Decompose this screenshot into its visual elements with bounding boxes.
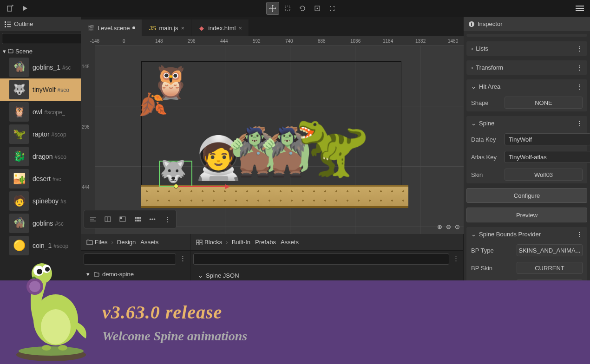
rotate-tool[interactable] xyxy=(296,2,309,15)
svg-text:i: i xyxy=(471,21,472,27)
preview-button[interactable]: Preview xyxy=(466,208,587,222)
item-thumb: 🐺 xyxy=(9,80,29,99)
tab-label: main.js xyxy=(159,25,178,32)
skin-value[interactable]: Wolf03 xyxy=(505,169,583,181)
ruler-tick: 1184 xyxy=(383,39,393,44)
tab-index-html[interactable]: ◆index.html× xyxy=(191,20,249,36)
spine-section[interactable]: ⌄Spine⋮ xyxy=(466,116,587,130)
close-icon[interactable]: × xyxy=(238,25,242,32)
ruler-tick: 296 xyxy=(82,124,90,130)
corner-button[interactable] xyxy=(116,212,130,226)
section-menu[interactable]: ⋮ xyxy=(577,231,583,238)
release-banner: v3.63.0 release Welcome Spine animations xyxy=(0,280,590,364)
resize-tool[interactable] xyxy=(326,2,339,15)
file-icon: JS xyxy=(149,24,156,32)
raptor-sprite[interactable]: 🦖 xyxy=(295,110,370,182)
more-button[interactable]: ••• xyxy=(145,212,159,226)
translate-tool[interactable] xyxy=(266,2,279,15)
scale-tool[interactable] xyxy=(281,2,294,15)
tab-Level-scene[interactable]: 🎬Level.scene xyxy=(81,20,142,36)
breadcrumb-files[interactable]: Files xyxy=(95,239,107,246)
spine-json-section[interactable]: ⌄Spine JSON xyxy=(194,269,459,282)
item-scope: #sc xyxy=(62,65,71,71)
zoom-fit-icon[interactable]: ⊙ xyxy=(455,223,460,230)
item-thumb: 🦉 xyxy=(9,102,29,122)
item-scope: #sc xyxy=(55,221,64,227)
origin-tool[interactable] xyxy=(311,2,324,15)
origin-gizmo[interactable] xyxy=(174,184,178,188)
ruler-tick: -148 xyxy=(90,39,99,44)
blocks-menu-button[interactable]: ⋮ xyxy=(451,254,460,263)
align-left-button[interactable] xyxy=(86,212,100,226)
tab-label: Level.scene xyxy=(98,25,130,32)
zoom-out-icon[interactable]: ⊖ xyxy=(446,223,451,230)
outline-item-spineboy[interactable]: 🧑spineboy#s xyxy=(0,190,81,212)
outline-item-owl[interactable]: 🦉owl#scope_ xyxy=(0,101,81,123)
atlas-key-input[interactable] xyxy=(505,151,590,163)
outline-item-desert[interactable]: 🏜️desert#sc xyxy=(0,168,81,190)
toolbar-menu-button[interactable]: ⋮ xyxy=(160,212,174,226)
svg-rect-10 xyxy=(5,24,6,25)
data-key-input[interactable] xyxy=(505,133,590,145)
blocks-breadcrumb: Blocks › Built-In Prefabs Assets xyxy=(190,234,463,251)
ruler-tick: 592 xyxy=(253,39,261,44)
item-scope: #scop xyxy=(53,243,68,249)
files-menu-button[interactable]: ⋮ xyxy=(178,254,187,263)
outline-search-input[interactable] xyxy=(2,33,86,44)
transform-section[interactable]: ›Transform⋮ xyxy=(466,60,587,75)
banner-title: v3.63.0 release xyxy=(102,301,247,323)
section-menu[interactable]: ⋮ xyxy=(577,64,583,71)
play-button[interactable] xyxy=(19,2,32,15)
breadcrumb-blocks[interactable]: Blocks xyxy=(204,239,222,246)
outline-item-goblins[interactable]: 🧌goblins#sc xyxy=(0,212,81,234)
svg-rect-28 xyxy=(197,240,199,242)
item-thumb: 🧌 xyxy=(9,214,29,233)
breadcrumb-builtin[interactable]: Built-In xyxy=(232,239,250,246)
item-name: spineboy xyxy=(33,197,59,205)
tinywolf-sprite[interactable]: 🐺 xyxy=(160,159,186,184)
section-menu[interactable]: ⋮ xyxy=(577,45,583,52)
item-scope: #sco xyxy=(55,154,66,160)
svg-rect-26 xyxy=(137,220,139,221)
section-menu[interactable]: ⋮ xyxy=(577,83,583,90)
files-breadcrumb: Files › Design Assets xyxy=(81,234,190,251)
grid-button[interactable] xyxy=(131,212,144,226)
file-node-demo-spine[interactable]: ▾demo-spine xyxy=(85,269,186,279)
x-axis-gizmo[interactable] xyxy=(176,186,226,187)
configure-button[interactable]: Configure xyxy=(466,188,587,203)
outline-root[interactable]: ▾ Scene xyxy=(0,46,81,56)
breadcrumb-design[interactable]: Design xyxy=(117,239,136,246)
tab-main-js[interactable]: JSmain.js× xyxy=(142,20,191,36)
section-menu[interactable]: ⋮ xyxy=(577,120,583,127)
scene-canvas[interactable]: 🦉 🍂 🧑‍🚀 🧌 🧌 🦖 🐺 xyxy=(95,46,464,234)
item-scope: #s xyxy=(60,198,66,205)
item-thumb: 🧌 xyxy=(9,58,29,77)
bp-skin-value[interactable]: CURRENT xyxy=(517,262,583,274)
modified-dot xyxy=(132,26,135,29)
outline-item-raptor[interactable]: 🦖raptor#scop xyxy=(0,123,81,145)
lists-section[interactable]: ›Lists⋮ xyxy=(466,41,587,56)
close-icon[interactable]: × xyxy=(181,25,185,32)
scene-viewport[interactable]: -14801482964445927408881036118413321480 … xyxy=(81,36,464,234)
folder-icon xyxy=(86,240,93,245)
zoom-in-icon[interactable]: ⊕ xyxy=(437,223,442,230)
outline-item-tinyWolf[interactable]: 🐺tinyWolf#sco xyxy=(0,78,81,101)
item-thumb: 🦖 xyxy=(9,124,29,144)
blocks-search-input[interactable] xyxy=(193,254,449,265)
item-thumb: 🏜️ xyxy=(9,169,29,188)
ruler-tick: 296 xyxy=(188,39,196,44)
bp-type-value[interactable]: SKINS_AND_ANIMA... xyxy=(517,244,583,256)
split-view-button[interactable] xyxy=(101,212,115,226)
ruler-tick: 0 xyxy=(123,39,125,44)
outline-item-dragon[interactable]: 🐉dragon#sco xyxy=(0,145,81,168)
hamburger-menu[interactable] xyxy=(573,2,586,15)
breadcrumb-prefabs[interactable]: Prefabs xyxy=(255,239,276,246)
outline-item-goblins_1[interactable]: 🧌goblins_1#sc xyxy=(0,56,81,78)
new-scene-button[interactable] xyxy=(4,2,17,15)
breadcrumb-assets2[interactable]: Assets xyxy=(281,239,299,246)
shape-value[interactable]: NONE xyxy=(505,97,583,109)
bounds-section[interactable]: ⌄Spine Bounds Provider⋮ xyxy=(466,227,587,241)
breadcrumb-assets[interactable]: Assets xyxy=(140,239,158,246)
ruler-tick: 888 xyxy=(318,39,326,44)
hitarea-section[interactable]: ⌄Hit Area⋮ xyxy=(466,79,587,94)
